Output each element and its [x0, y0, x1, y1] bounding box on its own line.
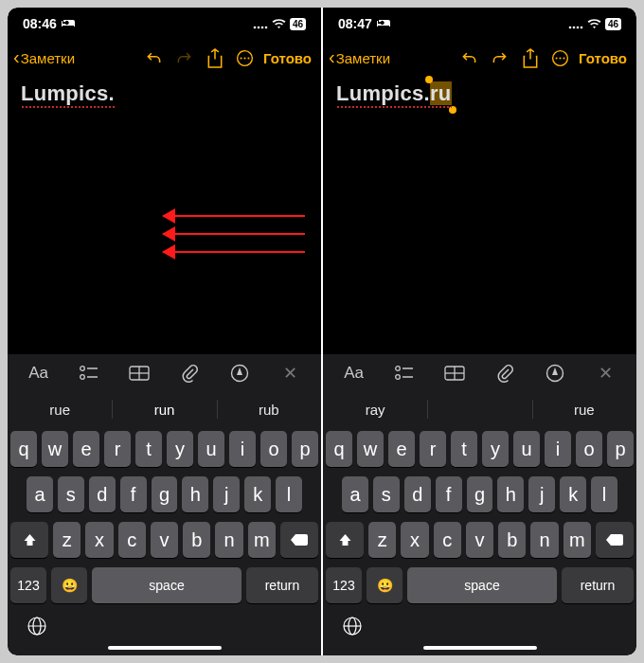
key-z[interactable]: z [368, 522, 396, 558]
space-key[interactable]: space [407, 567, 557, 603]
key-d[interactable]: d [404, 476, 431, 512]
key-u[interactable]: u [198, 431, 224, 467]
key-i[interactable]: i [545, 431, 571, 467]
more-button[interactable] [231, 44, 259, 72]
checklist-button[interactable] [65, 366, 112, 381]
home-indicator[interactable] [108, 646, 222, 650]
key-x[interactable]: x [401, 522, 428, 558]
redo-button[interactable] [486, 44, 514, 72]
key-b[interactable]: b [498, 522, 526, 558]
key-l[interactable]: l [276, 476, 302, 512]
globe-icon[interactable] [342, 616, 363, 636]
shift-key[interactable] [10, 522, 48, 558]
key-k[interactable]: k [244, 476, 271, 512]
table-button[interactable] [431, 366, 477, 381]
key-c[interactable]: c [118, 522, 146, 558]
undo-button[interactable] [140, 44, 169, 72]
key-j[interactable]: j [528, 476, 555, 512]
key-u[interactable]: u [513, 431, 540, 467]
key-p[interactable]: p [292, 431, 318, 467]
suggestion-2[interactable] [427, 392, 531, 426]
suggestion-2[interactable]: run [112, 392, 216, 426]
suggestion-3[interactable]: rue [532, 392, 636, 426]
table-button[interactable] [116, 366, 162, 381]
key-f[interactable]: f [120, 476, 147, 512]
note-content[interactable]: Lumpics.ru [323, 76, 636, 354]
share-button[interactable] [201, 44, 229, 72]
selection-handle-start[interactable] [425, 76, 433, 83]
key-v[interactable]: v [151, 522, 178, 558]
key-l[interactable]: l [591, 476, 617, 512]
return-key[interactable]: return [562, 567, 634, 603]
home-indicator[interactable] [423, 646, 537, 650]
key-h[interactable]: h [497, 476, 524, 512]
key-t[interactable]: t [451, 431, 477, 467]
key-a[interactable]: a [27, 476, 53, 512]
shift-key[interactable] [326, 522, 364, 558]
key-r[interactable]: r [420, 431, 446, 467]
delete-key[interactable] [280, 522, 318, 558]
key-f[interactable]: f [436, 476, 462, 512]
key-p[interactable]: p [607, 431, 634, 467]
key-e[interactable]: e [73, 431, 99, 467]
key-o[interactable]: o [576, 431, 602, 467]
key-v[interactable]: v [466, 522, 493, 558]
numbers-key[interactable]: 123 [326, 567, 362, 603]
close-format-button[interactable]: ✕ [582, 363, 629, 384]
space-key[interactable]: space [92, 567, 242, 603]
key-e[interactable]: e [388, 431, 415, 467]
return-key[interactable]: return [246, 567, 318, 603]
key-y[interactable]: y [482, 431, 509, 467]
format-text-button[interactable]: Aa [15, 364, 62, 383]
key-m[interactable]: m [248, 522, 276, 558]
back-button[interactable]: ‹ Заметки [329, 48, 390, 68]
key-s[interactable]: s [58, 476, 84, 512]
key-q[interactable]: q [326, 431, 352, 467]
key-g[interactable]: g [467, 476, 493, 512]
key-h[interactable]: h [182, 476, 208, 512]
emoji-key[interactable]: 😀 [367, 567, 402, 603]
globe-icon[interactable] [27, 616, 47, 636]
key-n[interactable]: n [215, 522, 242, 558]
markup-button[interactable] [532, 364, 579, 383]
key-z[interactable]: z [53, 522, 80, 558]
key-c[interactable]: c [434, 522, 461, 558]
checklist-button[interactable] [381, 366, 427, 381]
text-selection[interactable]: ru [430, 81, 452, 105]
suggestion-1[interactable]: ray [323, 392, 427, 426]
key-a[interactable]: a [342, 476, 368, 512]
key-s[interactable]: s [373, 476, 400, 512]
key-d[interactable]: d [89, 476, 116, 512]
key-y[interactable]: y [167, 431, 193, 467]
done-button[interactable]: Готово [263, 50, 312, 66]
share-button[interactable] [516, 44, 545, 72]
suggestion-1[interactable]: rue [8, 392, 112, 426]
key-w[interactable]: w [357, 431, 384, 467]
attach-button[interactable] [482, 364, 528, 383]
undo-button[interactable] [456, 44, 484, 72]
key-t[interactable]: t [135, 431, 162, 467]
key-r[interactable]: r [104, 431, 131, 467]
key-x[interactable]: x [85, 522, 113, 558]
key-w[interactable]: w [42, 431, 68, 467]
key-q[interactable]: q [10, 431, 37, 467]
key-m[interactable]: m [564, 522, 591, 558]
key-o[interactable]: o [260, 431, 287, 467]
back-button[interactable]: ‹ Заметки [13, 48, 75, 68]
close-format-button[interactable]: ✕ [267, 363, 313, 384]
key-i[interactable]: i [229, 431, 256, 467]
suggestion-3[interactable]: rub [217, 392, 321, 426]
emoji-key[interactable]: 😀 [51, 567, 87, 603]
format-text-button[interactable]: Aa [331, 364, 377, 383]
more-button[interactable] [546, 44, 575, 72]
delete-key[interactable] [596, 522, 634, 558]
attach-button[interactable] [167, 364, 213, 383]
key-j[interactable]: j [213, 476, 240, 512]
key-b[interactable]: b [183, 522, 210, 558]
markup-button[interactable] [217, 364, 263, 383]
note-content[interactable]: Lumpics. [8, 76, 321, 354]
key-n[interactable]: n [530, 522, 558, 558]
key-g[interactable]: g [152, 476, 178, 512]
numbers-key[interactable]: 123 [10, 567, 46, 603]
done-button[interactable]: Готово [579, 50, 627, 66]
